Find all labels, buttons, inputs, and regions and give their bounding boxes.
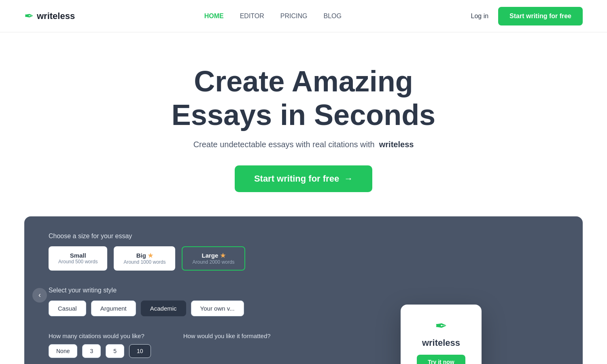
hero-headline-line1: Create Amazing (194, 65, 413, 97)
nav-item-home[interactable]: HOME (204, 13, 224, 20)
style-options-group: CasualArgumentAcademicYour own v... (49, 301, 558, 316)
citation-option-3[interactable]: 3 (82, 344, 101, 358)
size-selection-area: Choose a size for your essay SmallAround… (49, 233, 558, 271)
main-nav: HOMEEDITORPRICINGBLOG (204, 13, 342, 20)
citation-option-5[interactable]: 5 (106, 344, 124, 358)
hero-headline-line2: Essays in Seconds (172, 99, 435, 131)
popup-logo-icon: ✒ (417, 317, 465, 334)
demo-section: ‹ Choose a size for your essay SmallArou… (24, 216, 583, 364)
hero-headline: Create Amazing Essays in Seconds (24, 65, 583, 132)
size-option-small[interactable]: SmallAround 500 words (49, 246, 107, 271)
size-option-big[interactable]: Big ★Around 1000 words (114, 246, 175, 271)
logo-icon: ✒ (24, 11, 34, 22)
hero-brand-name: writeless (379, 140, 414, 149)
logo[interactable]: ✒ writeless (24, 11, 75, 22)
hero-cta-label: Start writing for free (254, 174, 339, 184)
header: ✒ writeless HOMEEDITORPRICINGBLOG Log in… (0, 0, 607, 32)
login-button[interactable]: Log in (471, 13, 489, 20)
style-selection-area: Select your writing style CasualArgument… (49, 287, 558, 316)
header-cta-button[interactable]: Start writing for free (498, 7, 583, 25)
hero-subtitle: Create undetectable essays with real cit… (24, 140, 583, 149)
header-right: Log in Start writing for free (471, 7, 583, 25)
chevron-left-icon: ‹ (38, 291, 41, 299)
style-option-casual[interactable]: Casual (49, 301, 86, 316)
citation-options-group: None3510 (49, 344, 151, 358)
format-label: How would you like it formatted? (183, 332, 271, 339)
citation-option-none[interactable]: None (49, 344, 77, 358)
citation-area: How many citations would you like? None3… (49, 332, 151, 358)
citation-option-10[interactable]: 10 (129, 344, 151, 358)
style-label: Select your writing style (49, 287, 558, 294)
size-option-large[interactable]: Large ★Around 2000 words (182, 246, 245, 271)
format-area: How would you like it formatted? (183, 332, 271, 344)
logo-text: writeless (37, 11, 75, 21)
style-option-your-own[interactable]: Your own v... (191, 301, 244, 316)
popup-card-button[interactable]: Try it now (417, 355, 465, 364)
style-option-argument[interactable]: Argument (91, 301, 136, 316)
hero-cta-button[interactable]: Start writing for free → (235, 165, 372, 192)
popup-card: ✒ writeless Try it now (401, 305, 482, 364)
hero-section: Create Amazing Essays in Seconds Create … (0, 32, 607, 216)
size-label: Choose a size for your essay (49, 233, 558, 240)
nav-item-pricing[interactable]: PRICING (280, 13, 308, 20)
size-options-group: SmallAround 500 wordsBig ★Around 1000 wo… (49, 246, 558, 271)
nav-item-blog[interactable]: BLOG (324, 13, 342, 20)
citation-label: How many citations would you like? (49, 332, 151, 339)
popup-card-text: writeless (417, 338, 465, 348)
arrow-icon: → (344, 174, 353, 184)
hero-subtitle-text: Create undetectable essays with real cit… (193, 140, 375, 149)
nav-item-editor[interactable]: EDITOR (240, 13, 264, 20)
style-option-academic[interactable]: Academic (141, 301, 186, 316)
demo-back-button[interactable]: ‹ (32, 288, 47, 303)
demo-bottom-row: How many citations would you like? None3… (49, 332, 558, 358)
